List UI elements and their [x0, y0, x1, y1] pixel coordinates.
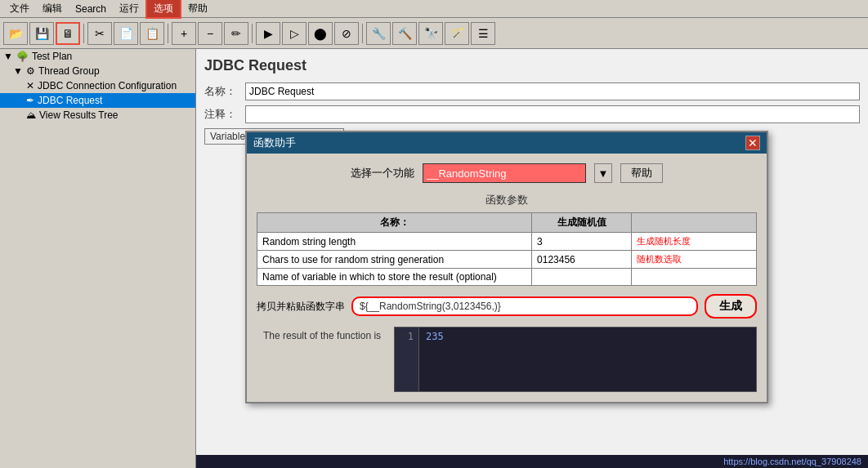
help-button[interactable]: 帮助: [620, 163, 663, 183]
copy-result-row: 拷贝并粘贴函数字串 生成: [257, 294, 757, 319]
name-label: 名称：: [204, 84, 245, 99]
main-layout: ▼ 🌳 Test Plan ▼ ⚙ Thread Group ✕ JDBC Co…: [0, 49, 868, 468]
output-section: The result of the function is 1 235: [257, 327, 757, 392]
toolbar-sep-4: [362, 24, 363, 43]
toolbar-copy-btn[interactable]: 📄: [114, 22, 138, 45]
func-select-dropdown-btn[interactable]: ▼: [594, 163, 612, 183]
function-string-input[interactable]: [351, 296, 698, 316]
result-value: 235: [426, 331, 444, 342]
dialog-close-btn[interactable]: ✕: [745, 136, 760, 150]
toolbar-reset-btn[interactable]: ⊘: [334, 22, 359, 45]
comment-label: 注释：: [204, 107, 245, 122]
menu-edit[interactable]: 编辑: [36, 0, 69, 17]
toolbar-sep-1: [83, 24, 84, 43]
tree-item-testplan[interactable]: ▼ 🌳 Test Plan: [0, 49, 195, 64]
menu-options[interactable]: 选项: [145, 0, 181, 19]
param-annotation-1: 随机数选取: [632, 251, 757, 269]
dialog-title-text: 函数助手: [253, 136, 296, 150]
toolbar-screen-btn[interactable]: 🖥: [56, 22, 80, 45]
param-name-0: Random string length: [257, 233, 532, 251]
toolbar-sep-3: [252, 24, 253, 43]
param-row-0: Random string length 生成随机长度: [257, 233, 757, 251]
tree-label-testplan: Test Plan: [32, 51, 72, 62]
output-area: 1 235: [394, 327, 757, 392]
param-value-1[interactable]: [532, 251, 632, 269]
toolbar-paste-btn[interactable]: 📋: [140, 22, 164, 45]
function-dialog: 函数助手 ✕ 选择一个功能 ▼ 帮助 函数参数 名称： 生成: [245, 131, 768, 403]
toolbar-tools1-btn[interactable]: 🔧: [366, 22, 391, 45]
tree-label-threadgroup: Thread Group: [38, 65, 100, 77]
toolbar: 📂 💾 🖥 ✂ 📄 📋 + − ✏ ▶ ▷ ⬤ ⊘ 🔧 🔨 🔭 🪄 ☰: [0, 18, 868, 49]
tree-icon-jdbcconn: ✕: [26, 80, 34, 91]
toolbar-run-btn[interactable]: ▶: [256, 22, 280, 45]
tree-item-threadgroup[interactable]: ▼ ⚙ Thread Group: [0, 64, 195, 78]
tree-expand-icon-tg: ▼: [13, 65, 23, 77]
status-text: https://blog.csdn.net/qq_37908248: [723, 457, 861, 466]
function-select-row: 选择一个功能 ▼ 帮助: [257, 163, 757, 183]
tree-item-view-results[interactable]: ⛰ View Results Tree: [0, 108, 195, 123]
menu-bar: 文件 编辑 Search 运行 选项 帮助: [0, 0, 868, 18]
dialog-body: 选择一个功能 ▼ 帮助 函数参数 名称： 生成随机值: [247, 154, 767, 402]
param-name-1: Chars to use for random string generatio…: [257, 251, 532, 269]
func-select-input[interactable]: [423, 163, 586, 183]
params-table: 名称： 生成随机值 Random string length 生成随机长度 Ch: [257, 212, 757, 286]
left-panel: ▼ 🌳 Test Plan ▼ ⚙ Thread Group ✕ JDBC Co…: [0, 49, 196, 468]
toolbar-clear-btn[interactable]: ✏: [224, 22, 248, 45]
params-col-value: 生成随机值: [532, 213, 632, 233]
copy-result-label: 拷贝并粘贴函数字串: [257, 300, 345, 314]
output-line-nums: 1: [395, 328, 419, 391]
toolbar-save-btn[interactable]: 💾: [29, 22, 54, 45]
toolbar-stop-btn[interactable]: ⬤: [308, 22, 333, 45]
param-annotation-2: [632, 269, 757, 286]
line-num-1: 1: [400, 331, 414, 342]
toolbar-wand-btn[interactable]: 🪄: [445, 22, 469, 45]
params-col-name: 名称：: [257, 213, 532, 233]
param-row-2: Name of variable in which to store the r…: [257, 269, 757, 286]
name-row: 名称：: [204, 82, 860, 100]
menu-run[interactable]: 运行: [113, 0, 145, 17]
tree-icon-testplan: 🌳: [16, 51, 29, 62]
params-col-annotation: [632, 213, 757, 233]
param-row-1: Chars to use for random string generatio…: [257, 251, 757, 269]
comment-row: 注释：: [204, 105, 860, 123]
toolbar-minus-btn[interactable]: −: [198, 22, 222, 45]
param-name-2: Name of variable in which to store the r…: [257, 269, 532, 286]
toolbar-open-btn[interactable]: 📂: [3, 22, 28, 45]
param-annotation-0: 生成随机长度: [632, 233, 757, 251]
name-input[interactable]: [245, 82, 860, 100]
tree-item-jdbc-conn[interactable]: ✕ JDBC Connection Configuration: [0, 78, 195, 93]
toolbar-tools2-btn[interactable]: 🔨: [392, 22, 417, 45]
toolbar-run2-btn[interactable]: ▷: [282, 22, 306, 45]
toolbar-sep-2: [168, 24, 168, 43]
menu-help[interactable]: 帮助: [181, 0, 214, 17]
tree-expand-icon: ▼: [3, 51, 13, 62]
tree-icon-jdbcreq: ✒: [26, 95, 34, 106]
tree-icon-viewresults: ⛰: [26, 109, 36, 121]
dialog-title-bar: 函数助手 ✕: [247, 132, 767, 154]
params-section-title: 函数参数: [257, 193, 757, 207]
comment-input[interactable]: [245, 105, 860, 123]
toolbar-add-btn[interactable]: +: [172, 22, 196, 45]
toolbar-binocular-btn[interactable]: 🔭: [418, 22, 443, 45]
toolbar-settings-btn[interactable]: ☰: [471, 22, 495, 45]
output-content: 235: [419, 328, 756, 391]
panel-title: JDBC Request: [204, 57, 860, 74]
generate-button[interactable]: 生成: [705, 294, 757, 319]
tree-label-viewresults: View Results Tree: [39, 109, 119, 121]
func-select-label: 选择一个功能: [351, 166, 414, 181]
param-value-2[interactable]: [532, 269, 632, 286]
tree-icon-threadgroup: ⚙: [26, 65, 35, 77]
menu-file[interactable]: 文件: [3, 0, 36, 17]
tree-item-jdbc-req[interactable]: ✒ JDBC Request: [0, 93, 195, 108]
toolbar-cut-btn[interactable]: ✂: [87, 22, 112, 45]
result-label: The result of the function is: [257, 327, 387, 345]
menu-search[interactable]: Search: [69, 2, 113, 16]
param-value-0[interactable]: [532, 233, 632, 251]
tree-label-jdbcreq: JDBC Request: [38, 95, 102, 106]
status-bar: https://blog.csdn.net/qq_37908248: [196, 455, 868, 468]
tree-label-jdbcconn: JDBC Connection Configuration: [38, 80, 177, 91]
right-panel: JDBC Request 名称： 注释： Variable Name Bound…: [196, 49, 868, 468]
